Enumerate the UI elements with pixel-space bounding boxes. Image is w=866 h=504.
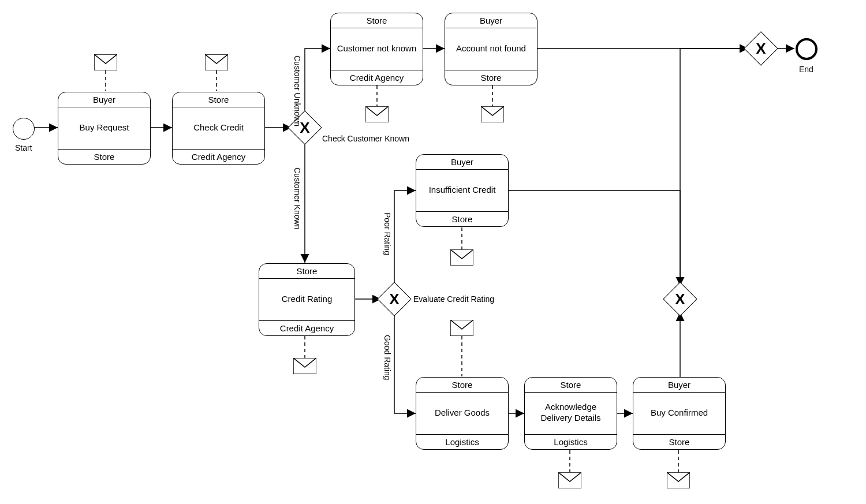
envelope-icon [558, 472, 581, 488]
task-mid: Acknowledge Delivery Details [525, 393, 617, 433]
edge-label-good-rating: Good Rating [383, 335, 392, 380]
task-bot: Logistics [416, 434, 508, 449]
gateway-label-g2: Evaluate Credit Rating [413, 294, 494, 304]
edge-label-customer-unknown: Customer Unknown [293, 55, 302, 126]
envelope-icon [667, 472, 690, 488]
edge-insufcredit-g3 [509, 191, 680, 286]
bpmn-diagram: Start End Buyer Buy Request Store Store … [0, 0, 866, 504]
edge-g2-delivergoods [394, 312, 416, 413]
task-mid: Buy Confirmed [633, 393, 725, 433]
task-deliver-goods: Store Deliver Goods Logistics [416, 377, 509, 450]
task-buy-request: Buyer Buy Request Store [58, 92, 151, 165]
task-bot: Credit Agency [173, 149, 264, 164]
edge-label-customer-known: Customer Known [293, 167, 302, 229]
envelope-icon [293, 358, 316, 374]
start-event [13, 118, 35, 140]
start-label: Start [15, 143, 32, 152]
envelope-icon [450, 320, 473, 336]
task-top: Buyer [58, 92, 150, 107]
edge-g2-insufcredit [394, 191, 416, 286]
gateway-merge-end: X [749, 36, 773, 61]
task-account-not-found: Buyer Account not found Store [445, 13, 537, 85]
task-bot: Logistics [525, 434, 617, 449]
envelope-icon [94, 54, 117, 70]
task-mid: Check Credit [173, 107, 264, 148]
task-customer-not-known: Store Customer not known Credit Agency [330, 13, 423, 85]
task-acknowledge-delivery: Store Acknowledge Delivery Details Logis… [524, 377, 617, 450]
envelope-icon [205, 54, 228, 70]
gateway-merge-lower: X [668, 287, 692, 311]
envelope-icon [450, 249, 473, 266]
task-mid: Insufficient Credit [416, 170, 508, 210]
task-buy-confirmed: Buyer Buy Confirmed Store [633, 377, 726, 450]
task-bot: Store [416, 211, 508, 226]
task-credit-rating: Store Credit Rating Credit Agency [259, 263, 355, 336]
task-insufficient-credit: Buyer Insufficient Credit Store [416, 154, 509, 227]
task-mid: Account not found [445, 28, 537, 69]
task-mid: Credit Rating [259, 279, 354, 319]
end-event [796, 38, 818, 60]
gateway-label-g1: Check Customer Known [322, 134, 409, 143]
task-top: Buyer [416, 155, 508, 170]
edge-g1-custnotknown [305, 48, 330, 114]
edge-g3-g4 [680, 48, 748, 286]
envelope-icon [481, 106, 504, 122]
task-mid: Customer not known [331, 28, 423, 69]
task-bot: Store [633, 434, 725, 449]
end-label: End [799, 65, 813, 74]
task-top: Store [259, 264, 354, 279]
task-mid: Buy Request [58, 107, 150, 148]
task-check-credit: Store Check Credit Credit Agency [172, 92, 265, 165]
task-bot: Credit Agency [331, 70, 423, 85]
edge-label-poor-rating: Poor Rating [383, 212, 392, 255]
task-top: Store [416, 378, 508, 393]
task-top: Buyer [445, 13, 537, 28]
gateway-evaluate-credit-rating: X [382, 287, 406, 311]
task-top: Store [331, 13, 423, 28]
task-bot: Store [445, 70, 537, 85]
task-bot: Credit Agency [259, 320, 354, 335]
task-bot: Store [58, 149, 150, 164]
task-mid: Deliver Goods [416, 393, 508, 433]
task-top: Store [173, 92, 264, 107]
envelope-icon [365, 106, 389, 122]
task-top: Store [525, 378, 617, 393]
task-top: Buyer [633, 378, 725, 393]
